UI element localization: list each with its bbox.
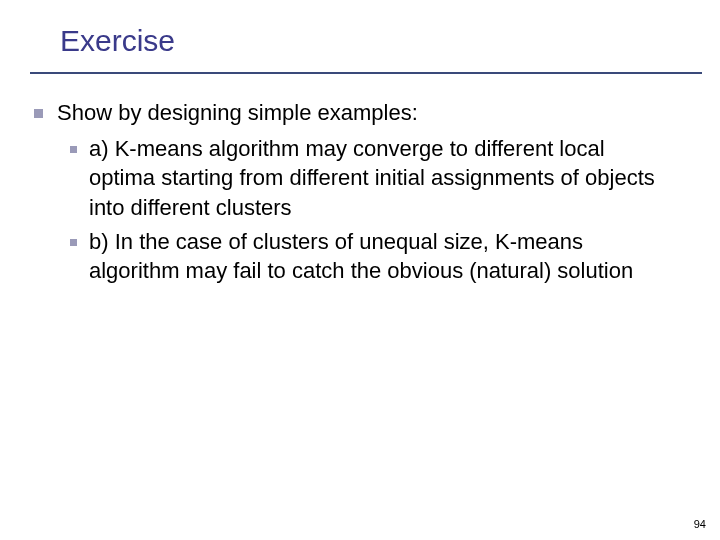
bullet-icon — [70, 146, 77, 153]
main-bullet-text: Show by designing simple examples: — [57, 98, 418, 128]
page-number: 94 — [694, 518, 706, 530]
slide-container: Exercise Show by designing simple exampl… — [0, 0, 720, 540]
sub-bullet-item: b) In the case of clusters of unequal si… — [70, 227, 670, 286]
sub-bullet-list: a) K-means algorithm may converge to dif… — [34, 132, 670, 286]
bullet-icon — [34, 109, 43, 118]
content-area: Show by designing simple examples: a) K-… — [0, 74, 720, 286]
sub-bullet-item: a) K-means algorithm may converge to dif… — [70, 134, 670, 223]
sub-bullet-text: b) In the case of clusters of unequal si… — [89, 227, 670, 286]
bullet-icon — [70, 239, 77, 246]
sub-bullet-text: a) K-means algorithm may converge to dif… — [89, 134, 670, 223]
slide-title: Exercise — [0, 24, 720, 72]
main-bullet-item: Show by designing simple examples: — [34, 98, 670, 128]
